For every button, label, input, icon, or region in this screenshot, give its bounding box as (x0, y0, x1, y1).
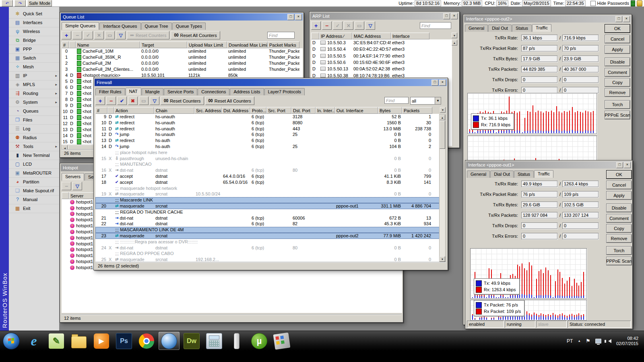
column-header-ip-address[interactable]: IP Address ∕ (319, 33, 352, 39)
maximize-button[interactable]: □ (616, 162, 623, 168)
close-button[interactable]: × (439, 80, 446, 86)
disable-button[interactable]: ✖ (128, 97, 138, 105)
vertical-scrollbar[interactable]: ▲▼ (439, 114, 446, 262)
firewall-tab-filter-rules[interactable]: Filter Rules (95, 88, 125, 95)
sidebar-item-routing[interactable]: ⇶Routing▸ (9, 89, 59, 98)
pppoe-out2-tab-traffic[interactable]: Traffic (532, 24, 551, 32)
maximize-button[interactable]: □ (443, 13, 450, 19)
queue-tab-simple-queues[interactable]: Simple Queues (62, 22, 99, 30)
sidebar-item-radius[interactable]: ⚉Radius (9, 134, 59, 142)
ok-button[interactable]: OK (605, 25, 630, 33)
scroll-up-button[interactable]: ▲ (452, 40, 457, 45)
chevron-down-icon[interactable]: ▼ (435, 97, 441, 104)
column-header-action[interactable]: Action (114, 107, 154, 114)
firewall-rule-row[interactable]: 9D⇄redirecths-unauth6 (tcp)312852 B1 (95, 114, 440, 120)
torch-button[interactable]: Torch (605, 101, 630, 109)
reset-all-counters-button[interactable]: 00Reset All Counters (171, 31, 220, 39)
utorrent-icon[interactable]: µ (249, 332, 270, 350)
pppoe-out1-tab-general[interactable]: General (467, 171, 490, 178)
add-button[interactable]: + (311, 21, 321, 30)
remove-button[interactable]: − (106, 97, 116, 105)
calculator-icon[interactable] (204, 332, 225, 350)
queue-row[interactable]: 3CacheFull_2M_Clientes...0.0.0.0/0unlimi… (62, 66, 303, 72)
apply-button[interactable]: Apply (607, 191, 632, 200)
arp-row[interactable]: D10.5.50.400:E0:4C:22:4D:57ether3 (311, 46, 452, 52)
column-header-[interactable]: # (62, 41, 69, 48)
firewall-rule-row[interactable]: 21⇥dst-natdstnat6 (tcp)60006672 B13 (95, 215, 440, 221)
maximize-button[interactable]: □ (431, 80, 438, 86)
winbox-icon[interactable] (159, 332, 180, 350)
sidebar-item-exit[interactable]: ▦Exit (9, 204, 59, 213)
close-button[interactable]: × (623, 16, 630, 22)
network-icon[interactable] (595, 339, 601, 343)
column-header-flag[interactable] (107, 107, 114, 114)
sidebar-item-log[interactable]: ☰Log (9, 125, 59, 134)
arp-row[interactable]: D10.5.50.33C:E5:B4:07:CD:45ether3 (311, 39, 452, 46)
sidebar-item-mpls[interactable]: ◈MPLS▸ (9, 80, 59, 89)
remove-button[interactable]: − (322, 21, 332, 30)
firewall-comment-row[interactable]: ;;; REGRA DO THUNDER CACHE (95, 209, 440, 215)
firewall-tab-connections[interactable]: Connections (198, 88, 229, 95)
column-menu-button[interactable]: ▼ (452, 33, 457, 38)
close-button[interactable]: × (295, 14, 302, 20)
media-player-icon[interactable]: ▶ (91, 332, 112, 350)
pppoe-scan-button[interactable]: PPPoE Scan (605, 111, 630, 119)
hide-passwords-checkbox[interactable] (590, 1, 596, 6)
add-button[interactable]: + (62, 31, 71, 39)
firewall-tab-service-ports[interactable]: Service Ports (164, 88, 197, 95)
add-button[interactable]: + (95, 97, 105, 105)
sidebar-item-new-terminal[interactable]: ▮New Terminal (9, 151, 59, 160)
dreamweaver-icon[interactable]: Dw (181, 332, 202, 350)
firewall-rule-row[interactable]: 11D⇄redirecths-unauth6 (tcp)44313.0 MiB2… (95, 126, 440, 132)
column-header-upload-max-limit[interactable]: Upload Max Limit (187, 41, 227, 48)
arp-list-titlebar[interactable]: ARP List □× (310, 12, 458, 20)
firewall-tab-nat[interactable]: NAT (126, 88, 141, 95)
column-header-target[interactable]: Target (140, 41, 187, 48)
coreldraw-icon[interactable]: ✎ (46, 332, 67, 350)
pppoe-out1-tab-status[interactable]: Status (514, 171, 534, 178)
firewall-comment-row[interactable]: ;;; Mascarede LINK (95, 197, 440, 203)
firewall-titlebar[interactable]: Firewall □× (95, 79, 447, 86)
firewall-comment-row[interactable]: ;;; REGRA DO PPPOE CABO (95, 251, 440, 257)
firewall-tab-layer7-protocols[interactable]: Layer7 Protocols (264, 88, 305, 95)
sidebar-item-ppp[interactable]: ▣PPP (9, 45, 59, 54)
show-hidden-icons-button[interactable]: ▲ (578, 339, 581, 343)
disable-button[interactable]: ✕ (344, 21, 353, 30)
sidebar-item-manual[interactable]: ?Manual (9, 195, 59, 204)
firewall-comment-row[interactable]: ;;; place hotspot rules here (95, 150, 440, 156)
column-header-mac-address[interactable]: MAC Address (352, 33, 391, 39)
pppoe-out2-titlebar[interactable]: Interface <pppoe-out2> □× (464, 15, 631, 23)
enable-button[interactable]: ✓ (333, 21, 343, 30)
remove-button[interactable]: Remove (605, 88, 630, 97)
pppoe-out2-tab-dial-out[interactable]: Dial Out (488, 25, 512, 32)
column-header-chain[interactable]: Chain (154, 107, 194, 114)
apply-button[interactable]: Apply (605, 45, 630, 53)
pppoe-out2-tab-status[interactable]: Status (512, 25, 532, 32)
copy-button[interactable]: Copy (605, 78, 630, 86)
queue-row[interactable]: 0CacheFull_10M0.0.0.0/0unlimitedunlimite… (62, 48, 303, 54)
comment-button[interactable]: Comment (607, 214, 632, 222)
arp-row[interactable]: D10.5.50.1300:0A:52:02:A2:38ether3 (311, 66, 452, 72)
filter-button[interactable]: ▽ (150, 97, 159, 105)
chrome-icon[interactable] (136, 332, 157, 350)
maximize-button[interactable]: □ (615, 16, 622, 22)
sidebar-item-lcd[interactable]: ▢LCD (9, 160, 59, 169)
sidebar-item-ip[interactable]: ▥IP▸ (9, 72, 59, 80)
column-header-in-inter[interactable]: In. Inter... (316, 107, 335, 114)
firewall-rule-row[interactable]: 15X⇩passthroughunused-hs-chain0 B0 (95, 156, 440, 162)
column-header-dst-address[interactable]: Dst. Address (222, 107, 250, 114)
column-header-flag[interactable] (69, 41, 76, 48)
sidebar-item-partition[interactable]: ◕Partition (9, 178, 59, 187)
column-menu-button[interactable]: ▼ (440, 107, 446, 113)
column-header-packet-marks[interactable]: Packet Marks (268, 41, 299, 48)
redo-button[interactable]: ↷ (14, 0, 26, 6)
comment-button[interactable]: ▭ (139, 97, 149, 105)
keyboard-icon[interactable] (271, 332, 292, 350)
firewall-comment-row[interactable]: ;;; masquerade hotspot network (95, 185, 440, 191)
hotspot-tab-servers[interactable]: Servers (62, 173, 84, 181)
ok-button[interactable]: OK (607, 171, 632, 179)
sidebar-item-bridge[interactable]: ⧉Bridge (9, 36, 59, 45)
firewall-rule-row[interactable]: 13D⇄redirecths-auth6 (tcp)0 B0 (95, 138, 440, 144)
firewall-tab-mangle[interactable]: Mangle (142, 88, 163, 95)
firewall-comment-row[interactable]: ;;; MANUTENCAO (95, 161, 440, 167)
